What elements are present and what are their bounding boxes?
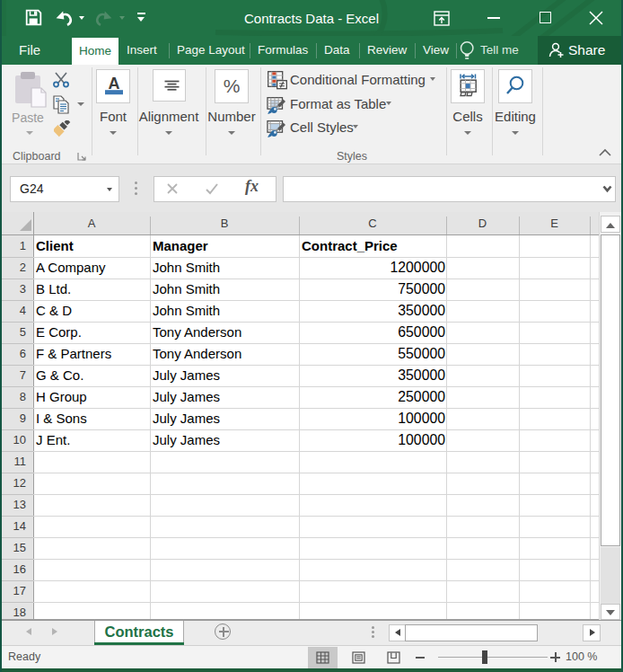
svg-text:A: A <box>109 75 120 93</box>
